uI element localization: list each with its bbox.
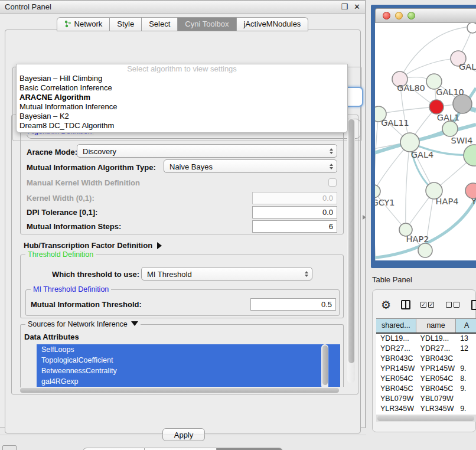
algorithm-option[interactable]: Bayesian – Hill Climbing — [17, 74, 347, 83]
table-row[interactable]: YPR145WYPR145W9. — [376, 364, 476, 374]
algorithm-option[interactable]: Mutual Information Inference — [17, 102, 347, 112]
network-node[interactable] — [464, 145, 476, 166]
table-row[interactable]: YBL079WYBL079W — [376, 394, 476, 404]
data-attributes-list[interactable]: SelfLoopsTopologicalCoefficientBetweenne… — [37, 344, 340, 390]
divider-line — [0, 435, 366, 435]
column-header[interactable]: name — [416, 319, 457, 332]
table-cell: 8. — [456, 374, 476, 384]
column-header[interactable]: shared... — [376, 319, 416, 332]
table-cell: 9. — [456, 404, 476, 414]
network-node-swi4[interactable] — [442, 121, 458, 136]
network-node[interactable] — [418, 243, 432, 257]
deselect-all-checkboxes-icon[interactable] — [446, 302, 461, 308]
table-cell: YLR345W — [376, 404, 416, 414]
zoom-traffic-light-icon[interactable] — [407, 12, 415, 19]
attribute-item-selected[interactable]: SelfLoops — [37, 344, 340, 355]
algorithm-option[interactable]: Dream8 DC_TDC Algorithm — [17, 121, 347, 131]
aracne-mode-combo[interactable]: Discovery — [77, 144, 337, 158]
control-panel-window: Control Panel ❒ ✕ NetworkStyleSelectCyni… — [0, 0, 366, 428]
node-label: GAL10 — [436, 87, 464, 97]
minimize-traffic-light-icon[interactable] — [395, 12, 403, 19]
tab-select[interactable]: Select — [142, 17, 178, 31]
tab-jactivemnodules[interactable]: jActiveMNodules — [237, 17, 309, 31]
table-cell: YDR27... — [416, 344, 457, 354]
table-panel-title: Table Panel — [372, 275, 412, 284]
threshold-definition-title: Threshold Definition — [25, 250, 96, 259]
attribute-item-selected[interactable]: gal4RGexp — [37, 376, 340, 387]
settings-horizontal-scrollbar[interactable] — [19, 387, 347, 393]
float-window-icon[interactable]: ❒ — [341, 2, 348, 11]
split-columns-icon[interactable] — [401, 300, 410, 309]
network-node-gal4[interactable] — [400, 133, 419, 152]
network-edge[interactable] — [375, 191, 406, 230]
dpi-tolerance-field[interactable]: 0.0 — [252, 206, 337, 219]
panel-splitter-arrow[interactable] — [363, 215, 366, 220]
mi-threshold-value: 0.5 — [321, 300, 332, 309]
network-node[interactable] — [453, 94, 472, 113]
table-horizontal-scrollbar[interactable] — [376, 415, 476, 422]
attribute-item-selected[interactable]: TopologicalCoefficient — [37, 355, 340, 366]
node-label: HAP4 — [436, 197, 459, 206]
mi-algorithm-type-label: Mutual Information Algorithm Type: — [27, 163, 156, 172]
network-node-gcy1[interactable] — [375, 185, 380, 198]
algorithm-option[interactable]: Bayesian – K2 — [17, 112, 347, 121]
network-edge[interactable] — [406, 142, 410, 230]
settings-vertical-scrollbar[interactable] — [347, 118, 355, 383]
hub-definition-toggle[interactable]: Hub/Transcription Factor Definition — [24, 241, 162, 250]
threshold-definition-group: Threshold Definition Which threshold to … — [20, 255, 344, 318]
table-row[interactable]: YER054CYER054C8. — [376, 374, 476, 384]
sources-title[interactable]: Sources for Network Inference — [25, 320, 141, 328]
attributes-list-scrollbar[interactable] — [321, 344, 328, 389]
table-cell: YDL19... — [376, 334, 416, 344]
scrollbar-thumb[interactable] — [20, 388, 339, 393]
column-header[interactable]: A — [456, 319, 476, 332]
table-cell: YDL19... — [416, 334, 457, 344]
aracne-mode-label: Aracne Mode: — [27, 148, 77, 156]
aracne-mode-value: Discovery — [83, 146, 116, 155]
table-cell: YBL079W — [376, 394, 416, 404]
table-row[interactable]: YBR043CYBR043C — [376, 354, 476, 364]
scrollbar-thumb[interactable] — [322, 345, 328, 385]
table-row[interactable]: YBR045CYBR045C9. — [376, 384, 476, 394]
file-icon[interactable] — [471, 300, 476, 310]
close-traffic-light-icon[interactable] — [383, 12, 390, 19]
algorithm-option[interactable]: Basic Correlation Inference — [17, 83, 347, 93]
node-attribute-table[interactable]: shared...nameA YDL19...YDL19...13YDR27..… — [376, 318, 476, 415]
node-label: GAL11 — [381, 118, 409, 128]
network-window-titlebar[interactable] — [375, 8, 476, 23]
manual-kernel-checkbox[interactable] — [328, 178, 337, 187]
kernel-width-value: 0.0 — [322, 194, 333, 203]
close-window-icon[interactable]: ✕ — [354, 2, 360, 11]
network-canvas[interactable]: GALGAL80GAL10GAL1GAL11SWI4GAL4GCY1HAP4YH… — [375, 23, 476, 260]
network-node-gal1[interactable] — [429, 100, 444, 114]
mi-steps-field[interactable]: 6 — [252, 220, 337, 233]
algorithm-option[interactable]: ARACNE Algorithm — [17, 93, 347, 102]
tab-style[interactable]: Style — [110, 17, 142, 31]
mi-threshold-field[interactable]: 0.5 — [250, 298, 336, 311]
table-row[interactable]: YLR345WYLR345W9. — [376, 404, 476, 414]
table-cell: YBR045C — [416, 384, 457, 394]
tab-label: Select — [149, 19, 170, 28]
tab-cyni-toolbox[interactable]: Cyni Toolbox — [178, 17, 236, 31]
mi-algorithm-type-combo[interactable]: Naive Bayes — [164, 159, 337, 173]
node-label: GAL80 — [397, 83, 425, 93]
tab-network[interactable]: Network — [57, 17, 110, 31]
table-row[interactable]: YDL19...YDL19...13 — [376, 334, 476, 344]
network-node[interactable] — [467, 23, 476, 33]
tab-infer-network[interactable]: Infer Network — [217, 448, 283, 450]
scrollbar-thumb[interactable] — [348, 119, 354, 363]
table-row[interactable]: YDR27...YDR27...12 — [376, 344, 476, 354]
tab-discretize-data[interactable]: Discretize Data — [145, 448, 217, 450]
kernel-width-field[interactable]: 0.0 — [252, 192, 337, 204]
tab-impute-data[interactable]: Impute Data — [83, 448, 144, 450]
corner-widget[interactable] — [2, 445, 17, 450]
network-edge[interactable] — [379, 107, 436, 114]
which-threshold-combo[interactable]: MI Threshold — [141, 267, 312, 281]
node-label: HAP2 — [406, 234, 429, 244]
select-all-checkboxes-icon[interactable]: ✓✓ — [420, 302, 436, 308]
scrollbar-thumb[interactable] — [377, 416, 474, 421]
attribute-item-selected[interactable]: BetweennessCentrality — [37, 366, 340, 376]
gear-icon[interactable]: ⚙ — [381, 299, 391, 311]
kernel-width-label: Kernel Width (0,1): — [27, 194, 94, 203]
control-panel-titlebar[interactable]: Control Panel ❒ ✕ — [0, 1, 365, 14]
